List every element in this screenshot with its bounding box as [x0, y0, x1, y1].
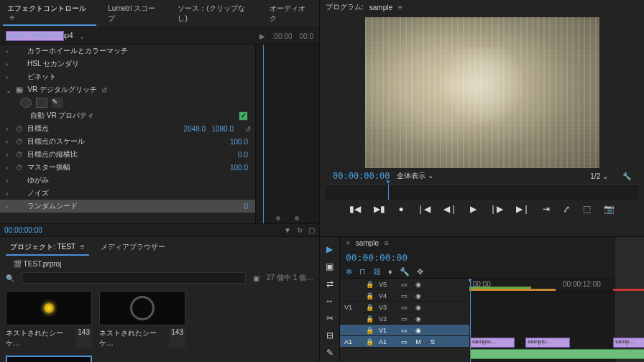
effect-vr-digital-glitch[interactable]: VR デジタルグリッチ	[27, 85, 97, 95]
chevron-down-icon[interactable]: ⌄	[79, 32, 85, 40]
bin-thumbnail[interactable]	[6, 291, 92, 325]
solo-button[interactable]: S	[428, 338, 438, 345]
eye-icon[interactable]: ◉	[413, 327, 423, 334]
stopwatch-icon[interactable]: ⏱	[16, 151, 23, 159]
playhead-line[interactable]	[263, 45, 264, 223]
lock-icon[interactable]: 🔒	[364, 338, 374, 345]
program-scrubber[interactable]	[326, 184, 638, 200]
panel-menu-icon[interactable]: ≡	[385, 239, 389, 247]
prop-noise[interactable]: ノイズ	[27, 188, 49, 198]
lift-button[interactable]: ⇥	[543, 204, 550, 214]
track-header-v1[interactable]: 🔒V1▭◉	[340, 325, 469, 336]
pen-tool[interactable]: ✎	[326, 348, 334, 358]
random-seed-value[interactable]: 0	[244, 203, 248, 210]
chevron-right-icon[interactable]: ›	[6, 138, 12, 146]
snap-icon[interactable]: ⊓	[359, 267, 366, 277]
mask-pen-icon[interactable]: ✎	[52, 98, 63, 108]
track-content-area[interactable]: :00:00 00:00:12:00 samplo... samplo... s…	[469, 279, 615, 362]
export-icon[interactable]: ▢	[308, 226, 315, 234]
zoom-level-dropdown[interactable]: 全体表示 ⌄	[397, 171, 433, 181]
play-button[interactable]: ▶	[470, 204, 477, 214]
wrench-icon[interactable]: 🔧	[400, 267, 410, 277]
timeline-clip[interactable]: samplo...	[470, 338, 515, 348]
reset-icon[interactable]: ↺	[101, 86, 107, 94]
prop-random-seed[interactable]: ランダムシード	[27, 201, 78, 211]
tab-effect-controls[interactable]: エフェクトコントロール≡	[3, 1, 96, 26]
timeline-clip[interactable]: samp...	[613, 338, 644, 348]
prop-target-point[interactable]: 目標点	[27, 124, 49, 134]
search-icon[interactable]: 🔍	[6, 274, 14, 282]
time-ruler[interactable]: :00:00 00:00:12:00	[469, 279, 615, 292]
stopwatch-icon[interactable]: ⏱	[16, 164, 23, 172]
source-patch-v1[interactable]: V1	[344, 304, 360, 311]
sync-lock-icon[interactable]: ▭	[399, 281, 409, 288]
track-select-tool[interactable]: ▣	[326, 261, 334, 272]
chevron-right-icon[interactable]: ›	[6, 164, 12, 172]
timeline-clip[interactable]: samplo...	[525, 338, 570, 348]
lock-icon[interactable]: 🔒	[364, 327, 374, 334]
settings-icon[interactable]: 🔧	[622, 172, 631, 180]
add-marker-button[interactable]: ●	[398, 204, 403, 214]
linked-selection-icon[interactable]: ⛓	[373, 267, 381, 277]
timeline-audio-clip[interactable]	[470, 349, 644, 359]
track-header-v4[interactable]: 🔒V4▭◉	[340, 290, 469, 302]
program-sequence-name[interactable]: sample	[369, 4, 392, 11]
keyframe-area[interactable]	[255, 45, 319, 223]
snapshot-button[interactable]: 📷	[604, 204, 615, 214]
tab-audio[interactable]: オーディオク	[265, 1, 316, 26]
timeline-settings-icon[interactable]: ✥	[417, 267, 423, 277]
track-header-a1[interactable]: A1🔒A1▭MS	[340, 336, 469, 348]
goto-out-button[interactable]: ▶❘	[516, 204, 530, 214]
resolution-dropdown[interactable]: 1/2 ⌄	[590, 172, 608, 180]
track-header-v3[interactable]: V1🔒V3▭◉	[340, 302, 469, 313]
stopwatch-icon[interactable]: ⏱	[16, 125, 23, 133]
prop-target-scale[interactable]: 目標点のスケール	[27, 136, 85, 147]
panel-menu-icon[interactable]: ≡	[398, 4, 402, 11]
razor-tool[interactable]: ✂	[326, 313, 334, 323]
slip-tool[interactable]: ⊟	[326, 330, 334, 340]
prop-target-aspect[interactable]: 目標点の縦横比	[27, 149, 78, 159]
playhead-icon[interactable]	[388, 185, 389, 200]
ripple-edit-tool[interactable]: ⇄	[326, 279, 334, 289]
extract-button[interactable]: ⤤	[563, 204, 570, 214]
prop-auto-vr[interactable]: 自動 VR プロパティ	[30, 111, 94, 121]
track-header-v5[interactable]: 🔒V5▭◉	[340, 279, 469, 290]
rate-stretch-tool[interactable]: ↔	[326, 296, 334, 306]
sync-lock-icon[interactable]: ▭	[399, 292, 409, 300]
tab-media-browser[interactable]: メディアブラウザー	[96, 240, 170, 256]
loop-icon[interactable]: ↻	[297, 226, 303, 234]
timeline-timecode[interactable]: 00:00:00:00	[346, 252, 408, 263]
sync-lock-icon[interactable]: ▭	[399, 338, 409, 345]
chevron-right-icon[interactable]: ›	[6, 151, 12, 159]
prop-hsl-secondary[interactable]: HSL セカンダリ	[27, 59, 79, 69]
tab-project[interactable]: プロジェクト: TEST ≡	[6, 240, 89, 256]
sync-lock-icon[interactable]: ▭	[399, 304, 409, 311]
selected-clip-preview[interactable]	[6, 356, 92, 362]
clip-path[interactable]: sample • sample.mp4	[6, 31, 64, 41]
sync-lock-icon[interactable]: ▭	[399, 327, 409, 334]
lock-icon[interactable]: 🔒	[364, 292, 374, 300]
target-aspect-value[interactable]: 0.0	[238, 151, 248, 159]
mark-out-button[interactable]: ▶▮	[374, 204, 385, 214]
chevron-right-icon[interactable]: ›	[6, 60, 12, 68]
nest-icon[interactable]: ❄	[346, 267, 352, 277]
eye-icon[interactable]: ◉	[413, 304, 423, 311]
prop-distortion[interactable]: ゆがみ	[27, 175, 49, 185]
step-forward-button[interactable]: ❘▶	[489, 204, 503, 214]
lock-icon[interactable]: 🔒	[364, 304, 374, 311]
target-scale-value[interactable]: 100.0	[230, 138, 248, 146]
program-timecode[interactable]: 00:00:00:00	[333, 171, 390, 181]
chevron-right-icon[interactable]: ›	[6, 47, 12, 55]
chevron-down-icon[interactable]: ⌄	[6, 86, 12, 94]
track-header-v2[interactable]: 🔒V2▭◉	[340, 313, 469, 325]
prop-vignette[interactable]: ビネット	[27, 72, 56, 82]
chevron-right-icon[interactable]: ›	[6, 125, 12, 133]
mask-rect-icon[interactable]	[36, 98, 47, 108]
master-amp-value[interactable]: 100.0	[230, 164, 248, 172]
target-x-value[interactable]: 2048.0 1080.0	[183, 125, 234, 133]
lock-icon[interactable]: 🔒	[364, 315, 374, 322]
chevron-right-icon[interactable]: ›	[6, 73, 12, 81]
export-frame-button[interactable]: ⬚	[583, 204, 591, 214]
checkbox-auto-vr[interactable]: ✓	[239, 111, 248, 121]
close-icon[interactable]: ×	[346, 239, 350, 247]
